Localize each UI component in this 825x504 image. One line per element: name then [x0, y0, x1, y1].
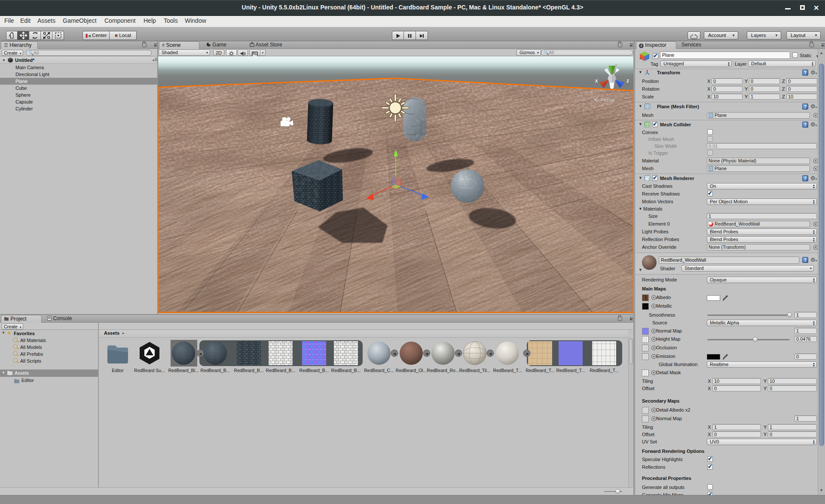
svg-text:RedBeard_B...: RedBeard_B...: [331, 368, 361, 373]
svg-text:z: z: [626, 78, 629, 84]
svg-text:y: y: [615, 62, 617, 67]
svg-text:RedBeard_C...: RedBeard_C...: [364, 368, 394, 373]
svg-text:◀: ◀: [393, 352, 396, 356]
svg-text:RedBeard_Til...: RedBeard_Til...: [459, 368, 491, 373]
svg-text:RedBeard_B...: RedBeard_B...: [234, 368, 264, 373]
svg-text:RedBeard_T...: RedBeard_T...: [493, 368, 522, 373]
svg-text:RedBeard_B...: RedBeard_B...: [201, 368, 230, 373]
svg-text:Editor: Editor: [112, 368, 124, 373]
svg-text:◀: ◀: [199, 352, 202, 356]
svg-text:◀: ◀: [457, 352, 460, 356]
svg-text:RedBeard_B...: RedBeard_B...: [299, 368, 329, 373]
svg-text:x: x: [595, 78, 598, 84]
svg-text:RedBeard_T...: RedBeard_T...: [556, 368, 585, 373]
svg-text:RedBeard_Ol...: RedBeard_Ol...: [396, 368, 427, 373]
svg-text:◀: ◀: [489, 352, 492, 356]
svg-text:RedBeard_Bl...: RedBeard_Bl...: [168, 368, 199, 373]
svg-text:Persp: Persp: [601, 97, 614, 103]
svg-text:RedBeard_Ro...: RedBeard_Ro...: [427, 368, 459, 373]
svg-text:◀: ◀: [526, 352, 529, 356]
svg-text:RedBeard_T...: RedBeard_T...: [590, 368, 618, 373]
svg-text:RedBeard_B...: RedBeard_B...: [266, 368, 296, 373]
svg-text:RedBeard Su...: RedBeard Su...: [134, 368, 165, 373]
svg-text:RedBeard_T...: RedBeard_T...: [526, 368, 554, 373]
svg-text:◀: ◀: [425, 352, 428, 356]
